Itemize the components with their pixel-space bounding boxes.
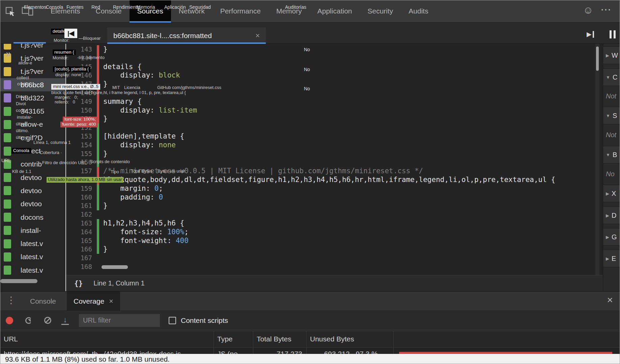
line-number[interactable]: 164 bbox=[81, 228, 92, 237]
line-number[interactable]: 166 bbox=[81, 245, 92, 254]
code-line: blockquote,body,dd,dl,dt,fieldset,figure… bbox=[103, 176, 555, 184]
tab-console[interactable]: Console bbox=[88, 0, 130, 23]
editor-file-tab[interactable]: b66bc881.site-l....css:formatted × bbox=[107, 27, 266, 44]
file-item[interactable]: contrib bbox=[0, 158, 65, 171]
line-number[interactable]: 159 bbox=[81, 184, 92, 193]
file-item[interactable]: docons bbox=[0, 211, 65, 224]
tab-elements[interactable]: Elements bbox=[43, 0, 88, 23]
clear-icon[interactable] bbox=[44, 317, 51, 324]
line-number[interactable]: 150 bbox=[81, 106, 92, 115]
collapse-navigator-button[interactable]: » bbox=[6, 49, 11, 59]
line-number[interactable]: 165 bbox=[81, 237, 92, 245]
line-number[interactable]: 155 bbox=[81, 150, 92, 158]
drawer-tab-coverage[interactable]: Coverage × bbox=[67, 292, 120, 311]
editor-horizontal-scrollbar[interactable] bbox=[102, 265, 128, 269]
tab-close-icon[interactable]: × bbox=[255, 31, 260, 40]
debugger-section-d[interactable]: ▶D bbox=[603, 207, 620, 224]
file-item[interactable]: latest.v bbox=[0, 237, 65, 250]
tab-memory[interactable]: Memory bbox=[269, 0, 310, 23]
pretty-print-icon[interactable]: {} bbox=[74, 279, 83, 287]
drawer-close-icon[interactable]: × bbox=[607, 295, 613, 305]
line-number[interactable]: 163 bbox=[81, 219, 92, 228]
debugger-section-s[interactable]: ▼S bbox=[603, 107, 620, 124]
debugger-section-w[interactable]: ▶W bbox=[603, 47, 620, 64]
debugger-section-g[interactable]: ▶G bbox=[603, 228, 620, 246]
file-item[interactable]: b8d322 bbox=[0, 91, 65, 104]
line-number[interactable]: 149 bbox=[81, 97, 92, 106]
file-item[interactable]: c.gif?D bbox=[0, 131, 65, 144]
navigator-horizontal-scrollbar[interactable] bbox=[0, 279, 37, 283]
debugger-section-x[interactable]: ▶X bbox=[603, 185, 620, 202]
line-number[interactable]: 146 bbox=[81, 71, 92, 80]
gutter-line: 164 bbox=[66, 228, 99, 237]
file-item[interactable]: 343165 bbox=[0, 104, 65, 118]
section-label: C bbox=[613, 73, 617, 81]
tab-network[interactable]: Network bbox=[171, 0, 213, 23]
more-options-icon[interactable]: ⋯ bbox=[600, 3, 612, 16]
tab-performance[interactable]: Performance bbox=[213, 0, 269, 23]
code-token: h1,h2,h3,h4,h5,h6 { bbox=[103, 219, 184, 227]
file-item[interactable]: latest.v bbox=[0, 264, 65, 277]
drawer-tab-console[interactable]: Console bbox=[30, 292, 56, 311]
editor-vertical-scrollbar[interactable] bbox=[595, 44, 599, 275]
file-item[interactable]: latest.v bbox=[0, 250, 65, 264]
line-number[interactable]: 145 bbox=[81, 63, 92, 71]
debugger-section-b[interactable]: ▼B bbox=[603, 146, 620, 163]
line-number[interactable]: 147 bbox=[81, 80, 92, 89]
line-number[interactable]: 158 bbox=[81, 176, 92, 184]
line-number[interactable]: 167 bbox=[81, 254, 92, 263]
line-number[interactable]: 152 bbox=[81, 123, 92, 132]
file-name: latest.v bbox=[21, 253, 43, 261]
line-number[interactable]: 162 bbox=[81, 210, 92, 219]
scrollbar-thumb[interactable] bbox=[596, 47, 599, 71]
file-item[interactable]: allow-e bbox=[0, 118, 65, 131]
column-header-url[interactable]: URL bbox=[0, 331, 214, 347]
line-number[interactable]: 144 bbox=[81, 54, 92, 63]
file-name: t.js?ver bbox=[21, 67, 44, 75]
device-toolbar-icon[interactable] bbox=[21, 6, 34, 18]
tab-sources[interactable]: Sources bbox=[130, 0, 171, 23]
line-number[interactable]: 151 bbox=[81, 115, 92, 123]
column-header-total-bytes[interactable]: Total Bytes bbox=[253, 331, 307, 347]
line-number[interactable]: 154 bbox=[81, 141, 92, 150]
feedback-smiley-icon[interactable]: ☺ bbox=[583, 4, 593, 16]
line-number[interactable]: 153 bbox=[81, 132, 92, 141]
reload-icon[interactable] bbox=[25, 317, 32, 324]
drawer-menu-icon[interactable]: ⋮ bbox=[6, 296, 16, 305]
pause-icon[interactable] bbox=[610, 30, 616, 38]
column-header-type[interactable]: Type bbox=[214, 331, 253, 347]
code-editor[interactable]: }details { display: block}summary { disp… bbox=[99, 44, 595, 275]
file-name: b66bc8 bbox=[21, 81, 44, 89]
section-label: No bbox=[606, 170, 615, 178]
disclosure-arrow-icon: ▶ bbox=[606, 191, 609, 196]
panel-splitter[interactable] bbox=[65, 44, 66, 291]
export-icon[interactable] bbox=[61, 316, 69, 325]
line-number[interactable]: 148 bbox=[81, 89, 92, 97]
file-item[interactable]: devtoo bbox=[0, 198, 65, 211]
tab-application[interactable]: Application bbox=[310, 0, 360, 23]
file-item[interactable]: install- bbox=[0, 224, 65, 237]
record-button[interactable] bbox=[6, 317, 13, 324]
file-item[interactable]: devtoo bbox=[0, 184, 65, 197]
more-tabs-icon[interactable]: ▶ bbox=[587, 30, 594, 38]
line-number[interactable]: 161 bbox=[81, 202, 92, 210]
file-item[interactable]: devtoo bbox=[0, 171, 65, 184]
line-number[interactable]: 143 bbox=[81, 45, 92, 54]
tab-audits[interactable]: Audits bbox=[401, 0, 436, 23]
tab-security[interactable]: Security bbox=[360, 0, 401, 23]
section-label: D bbox=[612, 212, 616, 219]
url-filter-input[interactable] bbox=[79, 314, 160, 327]
debugger-section-e[interactable]: ▶E bbox=[603, 250, 620, 267]
debugger-section-c[interactable]: ▼C bbox=[603, 68, 620, 86]
file-item[interactable]: collect bbox=[0, 144, 65, 157]
file-item[interactable]: t.js?ver bbox=[0, 65, 65, 78]
coverage-tab-close-icon[interactable]: × bbox=[109, 297, 113, 306]
line-number[interactable]: 168 bbox=[81, 263, 92, 271]
content-scripts-checkbox[interactable] bbox=[169, 317, 176, 324]
line-number[interactable]: 160 bbox=[81, 193, 92, 202]
inspect-icon[interactable] bbox=[4, 6, 16, 19]
file-item[interactable]: b66bc8 bbox=[0, 78, 65, 91]
line-number[interactable]: 157 bbox=[81, 167, 92, 176]
column-header-unused-bytes[interactable]: Unused Bytes bbox=[307, 331, 394, 347]
line-number[interactable]: 156 bbox=[81, 158, 92, 167]
